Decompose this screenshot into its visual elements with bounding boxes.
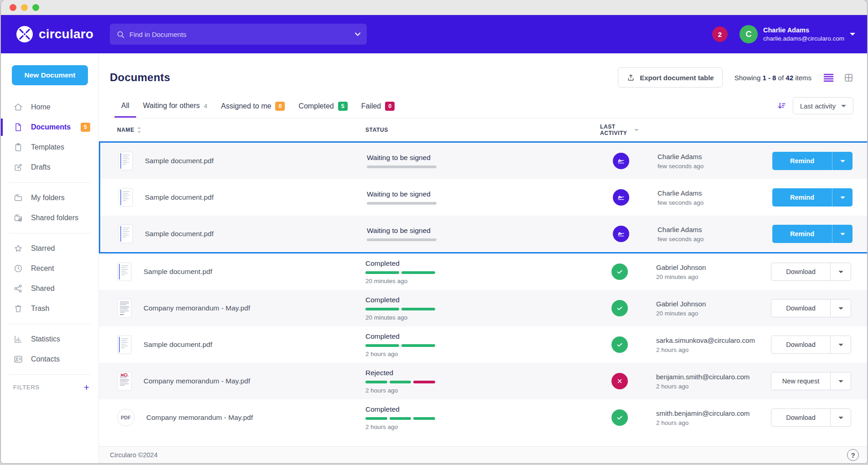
action-button-label[interactable]: Download [771,300,830,317]
download-button[interactable]: Download [771,263,851,281]
status-avatar-check-icon [611,300,628,316]
download-button[interactable]: Download [771,336,851,354]
tab-waiting-for-others[interactable]: Waiting for others4 [136,97,214,117]
status-time: 2 hours ago [365,387,600,394]
sort-direction-icon[interactable] [777,101,786,110]
sidebar-item-contacts[interactable]: Contacts [1,349,98,369]
action-dropdown-caret-icon[interactable] [832,225,853,243]
tab-failed[interactable]: Failed0 [354,97,402,118]
document-row[interactable]: Sample document.pdfWaiting to be signedC… [100,179,867,216]
search-input[interactable] [129,31,355,38]
tab-completed[interactable]: Completed5 [292,97,354,118]
tab-all[interactable]: All [114,97,136,117]
sidebar-item-label: Statistics [31,335,60,343]
sidebar-item-my-folders[interactable]: My folders [1,188,98,208]
sidebar-item-trash[interactable]: Trash [1,299,98,319]
sidebar-item-statistics[interactable]: Statistics [1,329,98,349]
column-header-name[interactable]: NAME [117,127,365,133]
action-dropdown-caret-icon[interactable] [830,409,851,426]
search-dropdown-caret-icon[interactable] [355,32,360,36]
action-dropdown-caret-icon[interactable] [832,152,853,170]
action-button-label[interactable]: Remind [772,225,832,243]
column-header-status[interactable]: STATUS [365,127,600,133]
user-name: Charlie Adams [763,26,844,35]
help-button[interactable]: ? [847,449,859,461]
user-menu[interactable]: C Charlie Adams charlie.adams@circularo.… [740,25,855,43]
status-time: 2 hours ago [365,424,600,430]
action-dropdown-caret-icon[interactable] [830,263,851,280]
action-dropdown-caret-icon[interactable] [830,300,851,317]
sidebar-item-label: Home [31,103,51,111]
status-avatar-check-icon [611,264,628,280]
document-row[interactable]: PDFCompany memorandum - May.pdfCompleted… [99,399,867,436]
action-dropdown-caret-icon[interactable] [830,336,851,353]
status-time: 2 hours ago [365,351,600,357]
clock-icon [13,264,23,274]
status-label: Completed [365,332,600,341]
action-dropdown-caret-icon[interactable] [832,188,853,207]
grid-view-icon[interactable] [844,73,853,83]
notification-badge[interactable]: 2 [712,26,728,42]
add-filter-button[interactable]: + [84,382,89,392]
document-row[interactable]: Company memorandum - May.pdfCompleted20 … [99,290,867,326]
sidebar-nav: HomeDocuments5TemplatesDraftsMy foldersS… [1,97,98,369]
file-thumbnail-pdf-icon: PDF [117,409,134,426]
new-document-button[interactable]: New Document [12,65,88,85]
last-activity-actor: Gabriel Johnson [656,264,771,271]
sidebar-item-documents[interactable]: Documents5 [1,117,98,137]
new-request-button[interactable]: New request [771,372,851,390]
search-bar[interactable] [110,24,367,45]
download-button[interactable]: Download [771,408,851,427]
last-activity-time: 2 hours ago [656,383,771,390]
sidebar-item-shared-folders[interactable]: Shared folders [1,208,98,228]
export-document-table-button[interactable]: Export document table [618,67,723,88]
remind-button[interactable]: Remind [772,188,853,207]
list-view-icon[interactable] [823,73,834,82]
action-button-label[interactable]: Remind [772,188,832,207]
document-row[interactable]: Sample document.pdfCompleted20 minutes a… [99,253,867,290]
action-button-label[interactable]: Download [771,409,830,426]
action-dropdown-caret-icon[interactable] [830,372,851,390]
showing-count: Showing 1 - 8 of 42 items [734,74,812,82]
sidebar-item-drafts[interactable]: Drafts [1,157,98,177]
document-row[interactable]: Sample document.pdfCompleted2 hours agos… [99,326,867,363]
last-activity-time: 2 hours ago [656,419,771,426]
tab-assigned-to-me[interactable]: Assigned to me0 [214,97,292,118]
status-avatar-check-icon [611,336,628,353]
sidebar-item-templates[interactable]: Templates [1,137,98,157]
tab-label: Assigned to me [221,102,271,110]
brand-logo[interactable]: circularo [15,25,95,43]
action-button-label[interactable]: Download [771,336,830,353]
remind-button[interactable]: Remind [772,225,853,243]
status-label: Waiting to be signed [367,227,601,235]
action-button-label[interactable]: Download [771,263,830,280]
status-avatar-check-icon [611,409,628,426]
sidebar-item-label: Contacts [31,355,60,363]
action-button-label[interactable]: New request [771,372,830,390]
document-row[interactable]: Sample document.pdfWaiting to be signedC… [100,216,867,252]
document-row[interactable]: Company memorandum - May.pdfRejected2 ho… [99,363,867,399]
sort-by-dropdown[interactable]: Last activity [793,97,853,114]
action-button-label[interactable]: Remind [772,152,832,170]
last-activity-actor: sarka.simunkova@circularo.com [656,336,771,344]
remind-button[interactable]: Remind [772,152,853,170]
sidebar-item-recent[interactable]: Recent [1,258,98,279]
close-window-icon[interactable] [10,4,16,11]
tab-label: Completed [298,102,334,110]
status-label: Completed [365,259,600,268]
last-activity-time: few seconds ago [657,236,772,243]
column-label: LAST ACTIVITY [600,124,632,136]
minimize-window-icon[interactable] [21,4,28,11]
tab-count-badge: 4 [204,103,208,109]
edit-icon [13,162,23,172]
selected-rows-group: Sample document.pdfWaiting to be signedC… [99,141,867,253]
last-activity-actor: benjamin.smith@circularo.com [656,373,771,381]
download-button[interactable]: Download [771,299,851,317]
sidebar-item-shared[interactable]: Shared [1,279,98,299]
status-progress-bar [367,238,437,241]
document-row[interactable]: Sample document.pdfWaiting to be signedC… [100,143,867,179]
sidebar-item-home[interactable]: Home [1,97,98,117]
sidebar-item-starred[interactable]: Starred [1,238,98,258]
column-header-last-activity[interactable]: LAST ACTIVITY [600,124,639,136]
maximize-window-icon[interactable] [32,4,39,11]
